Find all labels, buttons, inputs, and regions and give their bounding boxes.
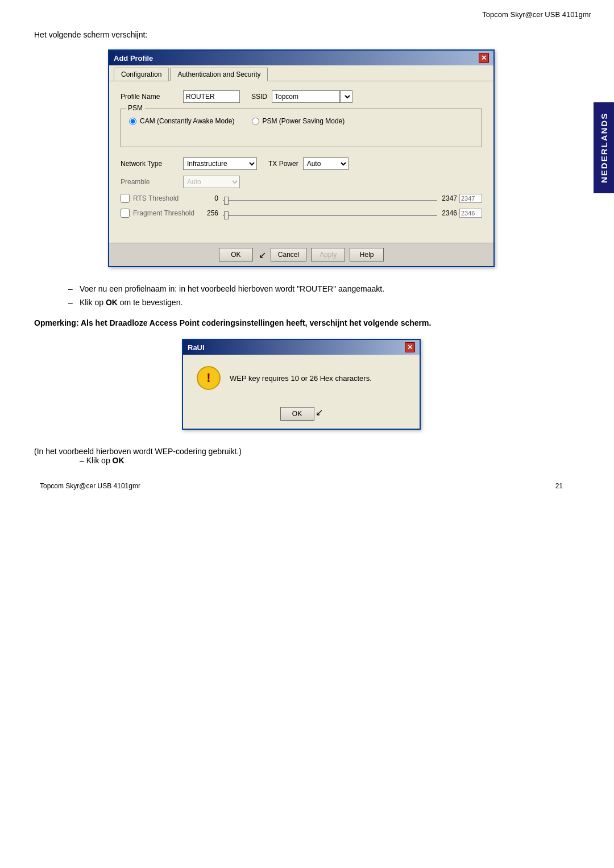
warning-icon: ! bbox=[197, 366, 221, 390]
ssid-dropdown[interactable] bbox=[340, 90, 352, 103]
rts-threshold-row: RTS Threshold 0 2347 bbox=[121, 194, 482, 203]
bullet-text-1: Voer nu een profielnaam in: in het voorb… bbox=[80, 284, 384, 293]
raui-titlebar: RaUI ✕ bbox=[183, 340, 420, 355]
psm-option[interactable]: PSM (Power Saving Mode) bbox=[252, 117, 345, 125]
rts-threshold-label: RTS Threshold bbox=[133, 194, 201, 202]
tx-power-label: TX Power bbox=[268, 160, 298, 168]
raui-title: RaUI bbox=[188, 343, 205, 352]
tab-configuration[interactable]: Configuration bbox=[114, 68, 169, 81]
dialog-close-button[interactable]: ✕ bbox=[479, 53, 489, 63]
network-type-select[interactable]: Infrastructure bbox=[183, 157, 257, 170]
tx-power-select[interactable]: Auto bbox=[303, 157, 349, 170]
rts-slider[interactable] bbox=[223, 196, 437, 201]
rts-start-value: 0 bbox=[201, 194, 218, 202]
profile-name-label: Profile Name bbox=[121, 93, 183, 101]
cursor-ok: ↙ bbox=[259, 250, 266, 260]
frag-start-value: 256 bbox=[201, 209, 218, 217]
profile-name-row: Profile Name SSID bbox=[121, 90, 482, 103]
header-title: Topcom Skyr@cer USB 4101gmr bbox=[482, 10, 591, 19]
rts-end-value: 2347 bbox=[442, 194, 457, 202]
psm-legend: PSM bbox=[126, 104, 145, 112]
ssid-label: SSID bbox=[251, 93, 267, 101]
frag-end-value: 2346 bbox=[442, 209, 457, 217]
footer-left: Topcom Skyr@cer USB 4101gmr bbox=[40, 482, 140, 490]
dialog-tabs: Configuration Authentication and Securit… bbox=[109, 65, 493, 81]
cam-radio[interactable] bbox=[129, 118, 136, 125]
raui-body: ! WEP key requires 10 or 26 Hex characte… bbox=[183, 355, 420, 401]
cursor-raui-ok: ↙ bbox=[316, 407, 323, 421]
dash-prefix: – Klik op OK bbox=[80, 456, 125, 465]
intro-text: Het volgende scherm verschijnt: bbox=[34, 30, 569, 39]
tab-authentication-security[interactable]: Authentication and Security bbox=[170, 68, 268, 81]
network-type-row: Network Type Infrastructure TX Power Aut… bbox=[121, 157, 482, 170]
psm-label: PSM (Power Saving Mode) bbox=[263, 117, 345, 125]
cam-option[interactable]: CAM (Constantly Awake Mode) bbox=[129, 117, 235, 125]
bold-note: Opmerking: Als het Draadloze Access Poin… bbox=[34, 318, 569, 327]
footer-line1: (In het voorbeeld hierboven wordt WEP-co… bbox=[34, 447, 569, 456]
footer-notes: (In het voorbeeld hierboven wordt WEP-co… bbox=[34, 447, 569, 465]
add-profile-dialog: Add Profile ✕ Configuration Authenticati… bbox=[108, 49, 495, 267]
fragment-threshold-checkbox[interactable] bbox=[121, 209, 130, 218]
raui-footer: OK ↙ bbox=[183, 401, 420, 429]
dialog-footer: OK ↙ Cancel Apply Help bbox=[109, 243, 493, 266]
preamble-row: Preamble Auto bbox=[121, 176, 482, 188]
profile-name-input[interactable] bbox=[183, 90, 240, 103]
raui-ok-button[interactable]: OK bbox=[280, 407, 314, 421]
bullet-item-1: Voer nu een profielnaam in: in het voorb… bbox=[68, 284, 569, 293]
fragment-threshold-row: Fragment Threshold 256 2346 bbox=[121, 209, 482, 218]
cam-label: CAM (Constantly Awake Mode) bbox=[140, 117, 235, 125]
fragment-threshold-label: Fragment Threshold bbox=[133, 209, 201, 217]
preamble-select[interactable]: Auto bbox=[183, 176, 240, 188]
network-type-label: Network Type bbox=[121, 160, 183, 168]
rts-threshold-checkbox[interactable] bbox=[121, 194, 130, 203]
raui-message: WEP key requires 10 or 26 Hex characters… bbox=[230, 374, 372, 383]
page-header: Topcom Skyr@cer USB 4101gmr bbox=[0, 0, 614, 19]
raui-close-button[interactable]: ✕ bbox=[405, 342, 415, 352]
dialog-body: Profile Name SSID PSM CAM (Constantly Aw… bbox=[109, 81, 493, 243]
footer-right: 21 bbox=[555, 482, 563, 490]
sidebar-label: NEDERLANDS bbox=[594, 102, 614, 193]
dialog-titlebar: Add Profile ✕ bbox=[109, 51, 493, 65]
fragment-slider[interactable] bbox=[223, 210, 437, 216]
apply-button[interactable]: Apply bbox=[311, 248, 345, 261]
bullet-list: Voer nu een profielnaam in: in het voorb… bbox=[68, 284, 569, 307]
ok-button[interactable]: OK bbox=[219, 248, 253, 261]
dash-item: – Klik op OK bbox=[80, 456, 569, 465]
help-button[interactable]: Help bbox=[350, 248, 384, 261]
bullet-text-2: Klik op OK om te bevestigen. bbox=[80, 298, 182, 307]
rts-input[interactable] bbox=[459, 194, 482, 203]
frag-input[interactable] bbox=[459, 209, 482, 218]
dialog-title: Add Profile bbox=[114, 54, 153, 63]
ssid-input[interactable] bbox=[272, 90, 340, 103]
preamble-label: Preamble bbox=[121, 178, 183, 186]
psm-group: PSM CAM (Constantly Awake Mode) PSM (Pow… bbox=[121, 109, 482, 147]
raui-dialog: RaUI ✕ ! WEP key requires 10 or 26 Hex c… bbox=[182, 339, 421, 430]
cancel-button[interactable]: Cancel bbox=[271, 248, 306, 261]
page-footer: Topcom Skyr@cer USB 4101gmr 21 bbox=[34, 482, 569, 490]
psm-radio[interactable] bbox=[252, 118, 259, 125]
bullet-item-2: Klik op OK om te bevestigen. bbox=[68, 298, 569, 307]
